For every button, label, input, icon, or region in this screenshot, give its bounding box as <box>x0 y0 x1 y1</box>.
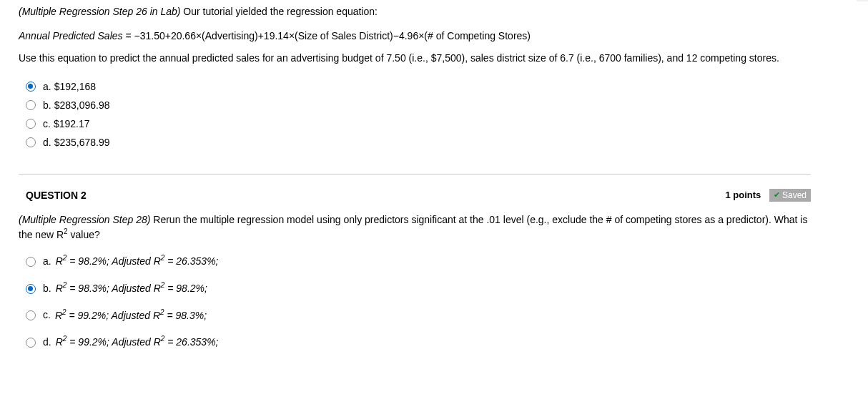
q2-heading: QUESTION 2 <box>26 190 87 201</box>
q1-intro: Our tutorial yielded the regression equa… <box>180 6 378 17</box>
opt-text: $192.17 <box>54 118 90 129</box>
radio-icon[interactable] <box>26 338 36 348</box>
q2-options: a. R2 = 98.2%; Adjusted R2 = 26.353%; b.… <box>26 254 811 348</box>
q1-instruction: Use this equation to predict the annual … <box>19 51 811 65</box>
q2-header-row: QUESTION 2 1 points ✔Saved <box>19 189 811 202</box>
opt-formula: R2 = 99.2%; Adjusted R2 = 98.3%; <box>55 308 207 321</box>
q2-option-c[interactable]: c. R2 = 99.2%; Adjusted R2 = 98.3%; <box>26 308 811 321</box>
saved-badge: ✔Saved <box>769 189 811 202</box>
q1-equation: Annual Predicted Sales = −31.50+20.66×(A… <box>19 30 811 41</box>
radio-icon[interactable] <box>26 137 36 147</box>
opt-letter: a. <box>43 81 51 92</box>
radio-icon[interactable] <box>26 284 36 294</box>
q1-option-b[interactable]: b. $283,096.98 <box>26 99 811 111</box>
radio-icon[interactable] <box>26 119 36 129</box>
opt-letter: c. <box>43 309 51 320</box>
q1-option-c[interactable]: c. $192.17 <box>26 118 811 129</box>
q2-prompt-tail: value? <box>68 228 100 240</box>
opt-text: $192,168 <box>54 81 96 92</box>
divider <box>19 174 811 175</box>
eq-rhs-nums: −31.50+20.66×(Advertising)+19.14×(Size o… <box>134 30 531 41</box>
radio-icon[interactable] <box>26 100 36 110</box>
opt-letter: b. <box>43 283 51 294</box>
radio-icon[interactable] <box>26 82 36 92</box>
radio-icon[interactable] <box>26 310 36 320</box>
opt-text: $283,096.98 <box>54 99 110 111</box>
q1-ref: (Multiple Regression Step 26 in Lab) <box>19 6 180 17</box>
q1-options: a. $192,168 b. $283,096.98 c. $192.17 d.… <box>26 81 811 148</box>
q1-option-a[interactable]: a. $192,168 <box>26 81 811 92</box>
opt-letter: d. <box>43 137 51 148</box>
points-text: 1 points <box>726 189 761 200</box>
opt-letter: a. <box>43 255 51 267</box>
content-area: (Multiple Regression Step 26 in Lab) Our… <box>0 0 829 348</box>
radio-icon[interactable] <box>26 257 36 267</box>
q1-prompt: (Multiple Regression Step 26 in Lab) Our… <box>19 6 811 17</box>
opt-formula: R2 = 98.2%; Adjusted R2 = 26.353%; <box>56 254 219 267</box>
q2-option-a[interactable]: a. R2 = 98.2%; Adjusted R2 = 26.353%; <box>26 254 811 267</box>
q2-option-b[interactable]: b. R2 = 98.3%; Adjusted R2 = 98.2%; <box>26 281 811 294</box>
opt-formula: R2 = 98.3%; Adjusted R2 = 98.2%; <box>56 281 207 294</box>
opt-letter: b. <box>43 99 51 111</box>
eq-lhs: Annual Predicted Sales <box>19 30 125 41</box>
q2-option-d[interactable]: d. R2 = 99.2%; Adjusted R2 = 26.353%; <box>26 335 811 348</box>
eq-equals: = <box>125 30 134 41</box>
q1-option-d[interactable]: d. $235,678.99 <box>26 137 811 148</box>
opt-text: $235,678.99 <box>54 137 110 148</box>
check-icon: ✔ <box>774 190 780 200</box>
q2-ref: (Multiple Regression Step 28) <box>19 214 150 225</box>
opt-letter: d. <box>43 336 51 348</box>
opt-letter: c. <box>43 118 51 129</box>
q2-prompt: (Multiple Regression Step 28) Rerun the … <box>19 213 811 241</box>
opt-formula: R2 = 99.2%; Adjusted R2 = 26.353%; <box>56 335 219 348</box>
scrollbar-track[interactable] <box>857 0 868 1</box>
points-label: 1 points ✔Saved <box>726 189 812 202</box>
saved-text: Saved <box>782 190 807 200</box>
